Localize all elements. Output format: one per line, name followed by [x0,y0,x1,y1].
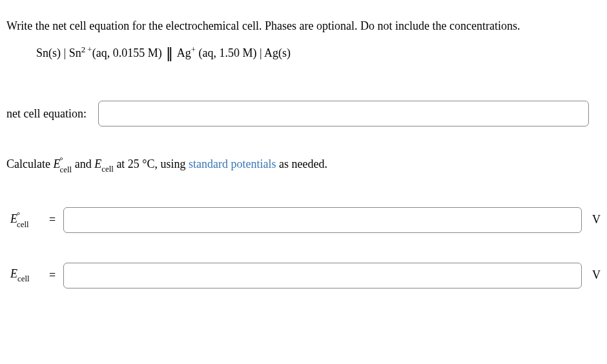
standard-potentials-link[interactable]: standard potentials [189,157,276,170]
question-prompt: Write the net cell equation for the elec… [6,19,601,33]
phase-separator-1: | [64,46,69,59]
species-sn-solid: Sn(s) [36,46,61,59]
species-sn2plus: Sn2 +(aq, 0.0155 M) [69,46,165,59]
e-cell-label: Ecell [10,267,46,283]
e-cell-symbol: E [94,157,101,170]
unit-volt-1: V [592,213,601,227]
calculate-prompt: Calculate E°cell and Ecell at 25 °C, usi… [6,157,601,174]
e-std-row: E°cell = V [6,207,601,233]
salt-bridge-separator: ‖ [166,45,173,62]
unit-volt-2: V [592,268,601,282]
equals-sign: = [49,213,56,227]
net-cell-input[interactable] [98,101,589,126]
net-cell-equation-row: net cell equation: [6,101,601,126]
e-cell-row: Ecell = V [6,263,601,288]
net-cell-label: net cell equation: [6,107,87,121]
species-agplus: Ag+ (aq, 1.50 M) [177,46,260,59]
e-cell-input[interactable] [63,263,582,288]
cell-notation: Sn(s) | Sn2 +(aq, 0.0155 M) ‖ Ag+ (aq, 1… [36,45,601,62]
equals-sign-2: = [49,268,56,282]
e-std-label: E°cell [10,212,46,227]
species-ag-solid: Ag(s) [264,46,291,59]
e-std-input[interactable] [63,207,582,233]
